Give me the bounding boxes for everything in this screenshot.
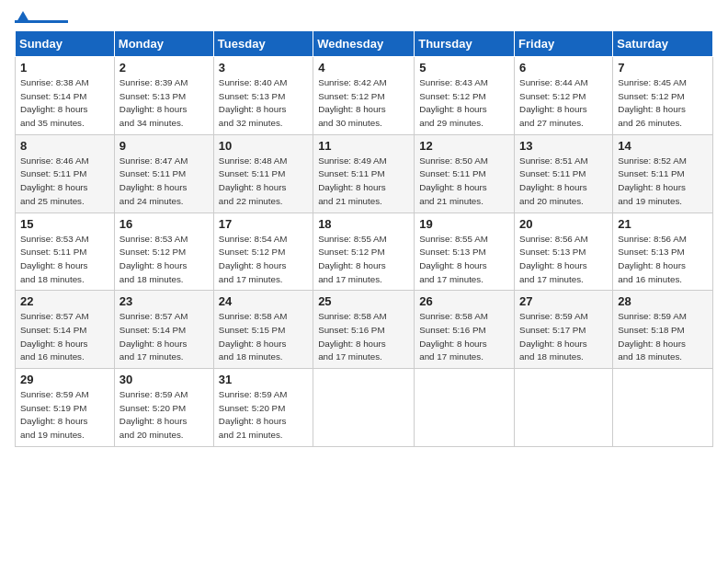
calendar-cell: 25Sunrise: 8:58 AMSunset: 5:16 PMDayligh… [313, 291, 415, 369]
day-number: 3 [219, 61, 308, 75]
calendar-cell: 13Sunrise: 8:51 AMSunset: 5:11 PMDayligh… [515, 134, 613, 213]
weekday-monday: Monday [114, 31, 213, 57]
weekday-header-row: SundayMondayTuesdayWednesdayThursdayFrid… [16, 31, 713, 57]
day-number: 27 [519, 294, 608, 308]
day-number: 13 [519, 139, 608, 153]
weekday-saturday: Saturday [613, 31, 713, 57]
day-detail: Sunrise: 8:51 AMSunset: 5:11 PMDaylight:… [519, 155, 608, 209]
day-detail: Sunrise: 8:59 AMSunset: 5:20 PMDaylight:… [219, 388, 308, 442]
day-detail: Sunrise: 8:59 AMSunset: 5:17 PMDaylight:… [519, 310, 608, 364]
calendar-cell: 30Sunrise: 8:59 AMSunset: 5:20 PMDayligh… [114, 369, 213, 447]
day-number: 12 [419, 139, 509, 153]
day-number: 2 [119, 61, 209, 75]
day-number: 29 [20, 373, 109, 386]
calendar-cell: 16Sunrise: 8:53 AMSunset: 5:12 PMDayligh… [114, 213, 213, 291]
day-detail: Sunrise: 8:40 AMSunset: 5:13 PMDaylight:… [219, 76, 308, 131]
day-detail: Sunrise: 8:57 AMSunset: 5:14 PMDaylight:… [119, 310, 209, 364]
day-detail: Sunrise: 8:58 AMSunset: 5:16 PMDaylight:… [318, 310, 409, 364]
calendar-cell: 2Sunrise: 8:39 AMSunset: 5:13 PMDaylight… [114, 57, 213, 135]
day-detail: Sunrise: 8:59 AMSunset: 5:18 PMDaylight:… [618, 310, 708, 364]
day-detail: Sunrise: 8:46 AMSunset: 5:11 PMDaylight:… [20, 155, 109, 209]
day-detail: Sunrise: 8:50 AMSunset: 5:11 PMDaylight:… [419, 155, 509, 209]
day-detail: Sunrise: 8:55 AMSunset: 5:12 PMDaylight:… [318, 233, 409, 287]
calendar-cell: 22Sunrise: 8:57 AMSunset: 5:14 PMDayligh… [16, 291, 115, 369]
day-number: 31 [219, 373, 308, 386]
day-detail: Sunrise: 8:45 AMSunset: 5:12 PMDaylight:… [618, 76, 708, 131]
header [15, 11, 713, 23]
calendar-cell [613, 369, 713, 447]
day-number: 26 [419, 294, 509, 308]
calendar-cell: 14Sunrise: 8:52 AMSunset: 5:11 PMDayligh… [613, 134, 713, 213]
day-detail: Sunrise: 8:59 AMSunset: 5:19 PMDaylight:… [20, 388, 109, 442]
week-row-2: 8Sunrise: 8:46 AMSunset: 5:11 PMDaylight… [16, 134, 713, 213]
weekday-wednesday: Wednesday [313, 31, 415, 57]
calendar-table: SundayMondayTuesdayWednesdayThursdayFrid… [15, 30, 713, 447]
weekday-sunday: Sunday [16, 31, 115, 57]
calendar-cell: 29Sunrise: 8:59 AMSunset: 5:19 PMDayligh… [16, 369, 115, 447]
day-number: 30 [119, 373, 209, 386]
calendar-cell [415, 369, 515, 447]
day-number: 6 [519, 61, 608, 75]
day-detail: Sunrise: 8:53 AMSunset: 5:11 PMDaylight:… [20, 233, 109, 287]
calendar-cell: 4Sunrise: 8:42 AMSunset: 5:12 PMDaylight… [313, 57, 415, 135]
day-detail: Sunrise: 8:38 AMSunset: 5:14 PMDaylight:… [20, 76, 109, 131]
day-number: 17 [219, 217, 308, 231]
week-row-3: 15Sunrise: 8:53 AMSunset: 5:11 PMDayligh… [16, 213, 713, 291]
calendar-cell: 9Sunrise: 8:47 AMSunset: 5:11 PMDaylight… [114, 134, 213, 213]
calendar-cell: 21Sunrise: 8:56 AMSunset: 5:13 PMDayligh… [613, 213, 713, 291]
day-detail: Sunrise: 8:47 AMSunset: 5:11 PMDaylight:… [119, 155, 209, 209]
calendar-cell: 12Sunrise: 8:50 AMSunset: 5:11 PMDayligh… [415, 134, 515, 213]
calendar-cell: 10Sunrise: 8:48 AMSunset: 5:11 PMDayligh… [213, 134, 313, 213]
day-number: 14 [618, 139, 708, 153]
day-number: 4 [318, 61, 409, 75]
day-number: 7 [618, 61, 708, 75]
day-detail: Sunrise: 8:49 AMSunset: 5:11 PMDaylight:… [318, 155, 409, 209]
calendar-cell: 3Sunrise: 8:40 AMSunset: 5:13 PMDaylight… [213, 57, 313, 135]
day-number: 23 [119, 294, 209, 308]
calendar-cell: 5Sunrise: 8:43 AMSunset: 5:12 PMDaylight… [415, 57, 515, 135]
calendar-cell: 1Sunrise: 8:38 AMSunset: 5:14 PMDaylight… [16, 57, 115, 135]
calendar-cell [313, 369, 415, 447]
day-detail: Sunrise: 8:43 AMSunset: 5:12 PMDaylight:… [419, 76, 509, 131]
calendar-cell: 24Sunrise: 8:58 AMSunset: 5:15 PMDayligh… [213, 291, 313, 369]
day-detail: Sunrise: 8:56 AMSunset: 5:13 PMDaylight:… [618, 233, 708, 287]
calendar-cell: 17Sunrise: 8:54 AMSunset: 5:12 PMDayligh… [213, 213, 313, 291]
day-detail: Sunrise: 8:59 AMSunset: 5:20 PMDaylight:… [119, 388, 209, 442]
day-detail: Sunrise: 8:56 AMSunset: 5:13 PMDaylight:… [519, 233, 608, 287]
calendar-cell: 26Sunrise: 8:58 AMSunset: 5:16 PMDayligh… [415, 291, 515, 369]
day-detail: Sunrise: 8:39 AMSunset: 5:13 PMDaylight:… [119, 76, 209, 131]
weekday-thursday: Thursday [415, 31, 515, 57]
calendar-cell: 6Sunrise: 8:44 AMSunset: 5:12 PMDaylight… [515, 57, 613, 135]
calendar-cell: 18Sunrise: 8:55 AMSunset: 5:12 PMDayligh… [313, 213, 415, 291]
week-row-1: 1Sunrise: 8:38 AMSunset: 5:14 PMDaylight… [16, 57, 713, 135]
day-number: 1 [20, 61, 109, 75]
weekday-tuesday: Tuesday [213, 31, 313, 57]
day-number: 24 [219, 294, 308, 308]
calendar-cell: 23Sunrise: 8:57 AMSunset: 5:14 PMDayligh… [114, 291, 213, 369]
day-number: 5 [419, 61, 509, 75]
calendar-cell: 7Sunrise: 8:45 AMSunset: 5:12 PMDaylight… [613, 57, 713, 135]
day-detail: Sunrise: 8:44 AMSunset: 5:12 PMDaylight:… [519, 76, 608, 131]
day-number: 8 [20, 139, 109, 153]
day-number: 10 [219, 139, 308, 153]
day-number: 21 [618, 217, 708, 231]
day-number: 25 [318, 294, 409, 308]
calendar-cell: 11Sunrise: 8:49 AMSunset: 5:11 PMDayligh… [313, 134, 415, 213]
day-detail: Sunrise: 8:52 AMSunset: 5:11 PMDaylight:… [618, 155, 708, 209]
day-detail: Sunrise: 8:55 AMSunset: 5:13 PMDaylight:… [419, 233, 509, 287]
day-number: 11 [318, 139, 409, 153]
day-number: 20 [519, 217, 608, 231]
calendar-cell [515, 369, 613, 447]
day-number: 18 [318, 217, 409, 231]
calendar-page: SundayMondayTuesdayWednesdayThursdayFrid… [0, 0, 728, 563]
calendar-cell: 31Sunrise: 8:59 AMSunset: 5:20 PMDayligh… [213, 369, 313, 447]
weekday-friday: Friday [515, 31, 613, 57]
logo-underline [15, 20, 68, 23]
calendar-cell: 19Sunrise: 8:55 AMSunset: 5:13 PMDayligh… [415, 213, 515, 291]
calendar-cell: 28Sunrise: 8:59 AMSunset: 5:18 PMDayligh… [613, 291, 713, 369]
day-detail: Sunrise: 8:57 AMSunset: 5:14 PMDaylight:… [20, 310, 109, 364]
calendar-cell: 20Sunrise: 8:56 AMSunset: 5:13 PMDayligh… [515, 213, 613, 291]
day-detail: Sunrise: 8:58 AMSunset: 5:15 PMDaylight:… [219, 310, 308, 364]
day-number: 19 [419, 217, 509, 231]
day-detail: Sunrise: 8:48 AMSunset: 5:11 PMDaylight:… [219, 155, 308, 209]
